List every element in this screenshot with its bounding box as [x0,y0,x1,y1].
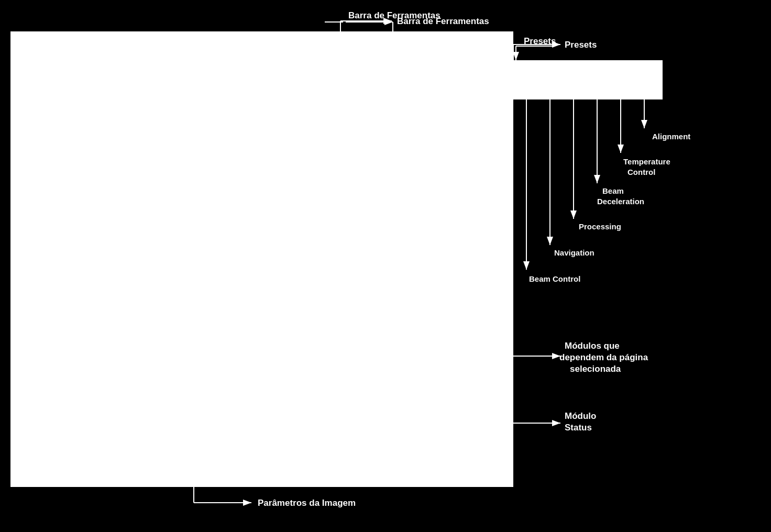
module-status-label: Módulo [565,411,596,421]
temperature-control-label2: Control [627,168,655,176]
presets-box [511,60,663,99]
image-params-label: Parâmetros da Imagem [258,498,356,508]
beam-label: Beam [602,186,624,195]
deceleration-label: Deceleration [597,197,644,206]
presets-label: Presets [524,36,556,46]
modules-dependent-label3: selecionada [570,364,621,374]
temperature-control-label: Temperature [623,157,670,166]
processing-label: Processing [579,222,621,231]
modules-dependent-label: Módulos que [565,341,620,351]
alignment-label: Alignment [652,132,690,141]
toolbar-label: Barra de Ferramentas [348,10,440,20]
module-status-label2: Status [565,423,592,433]
toolbar-arrow-label: Barra de Ferramentas [397,16,489,26]
beam-control-label: Beam Control [529,274,580,283]
presets-arrow-label: Presets [565,40,597,50]
modules-dependent-label2: dependem da página [559,352,648,362]
navigation-label: Navigation [554,248,594,257]
main-content-area [10,31,513,487]
